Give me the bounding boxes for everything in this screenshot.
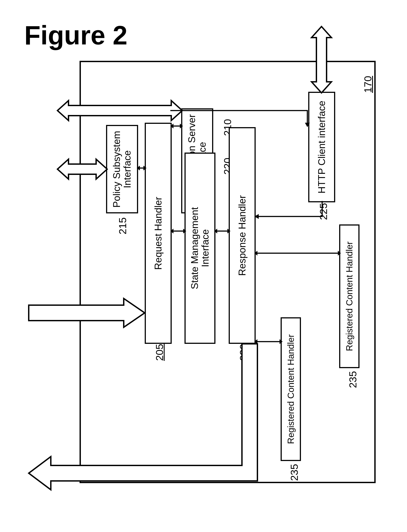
request-handler-label: Request Handler (153, 197, 164, 270)
svg-marker-18 (254, 214, 259, 219)
request-to-state-arrow (170, 228, 186, 234)
system-boundary-ref: 170 (362, 76, 374, 93)
external-input-arrow (29, 299, 146, 327)
state-to-response-arrow (214, 228, 230, 234)
external-output-arrow (29, 344, 258, 494)
svg-marker-13 (183, 229, 186, 233)
registered-content-handler-1-label: Registered Content Handler (286, 334, 296, 444)
registered-content-handler-2-label: Registered Content Handler (344, 241, 354, 351)
response-handler-label: Response Handler (237, 195, 247, 276)
svg-marker-12 (170, 229, 173, 233)
http-external-arrow (312, 26, 331, 93)
registered-content-handler-1-box: Registered Content Handler (281, 317, 301, 461)
svg-marker-2 (57, 159, 107, 179)
svg-marker-20 (254, 339, 258, 344)
registered-content-handler-2-box: Registered Content Handler (339, 224, 360, 368)
policy-subsystem-interface-ref: 215 (117, 217, 129, 234)
auth-external-arrow (57, 101, 182, 120)
svg-marker-0 (29, 299, 145, 327)
policy-subsystem-interface-box: Policy Subsystem Interface (106, 125, 138, 213)
svg-marker-15 (214, 229, 217, 233)
svg-marker-21 (280, 339, 283, 344)
state-management-interface-box: State Management Interface (185, 152, 215, 344)
figure-title: Figure 2 (24, 20, 127, 50)
request-to-http-arrow (170, 110, 312, 127)
policy-external-arrow (57, 159, 107, 179)
http-client-interface-label: HTTP Client interface (316, 101, 327, 193)
state-management-interface-label: State Management Interface (189, 207, 211, 289)
svg-marker-23 (254, 251, 258, 256)
registered-content-handler-1-ref: 235 (288, 464, 300, 481)
http-to-response-arrow (254, 201, 327, 219)
http-client-interface-box: HTTP Client interface (308, 92, 335, 202)
policy-to-request-arrow (137, 165, 147, 171)
svg-marker-4 (312, 26, 331, 93)
response-to-content2-arrow (254, 250, 341, 256)
svg-marker-17 (305, 123, 310, 127)
svg-marker-7 (143, 166, 147, 170)
response-handler-box: Response Handler (229, 127, 256, 344)
response-to-content1-arrow (254, 338, 283, 345)
svg-marker-16 (227, 229, 230, 233)
svg-marker-3 (57, 101, 182, 120)
policy-subsystem-interface-label: Policy Subsystem Interface (111, 131, 133, 207)
request-handler-box: Request Handler (145, 123, 172, 344)
registered-content-handler-2-ref: 235 (347, 371, 359, 388)
svg-marker-1 (29, 344, 258, 490)
svg-marker-24 (338, 251, 341, 256)
svg-marker-6 (137, 166, 140, 170)
